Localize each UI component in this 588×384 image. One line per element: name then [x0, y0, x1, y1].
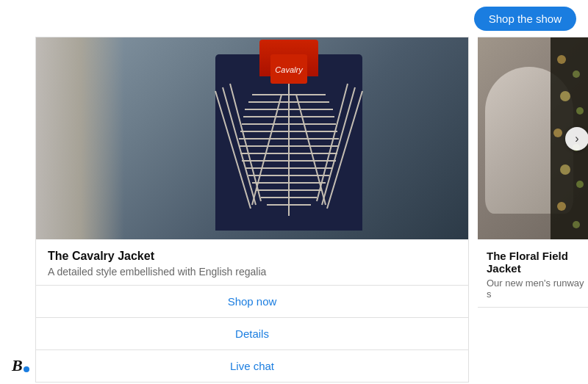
logo-dot	[24, 366, 29, 372]
svg-point-30	[560, 91, 570, 101]
cavalry-jacket-image: Cavalry	[36, 37, 468, 239]
cavalry-jacket-text: The Cavalry Jacket A detailed style embe…	[36, 239, 468, 286]
floral-jacket-image: ›	[478, 37, 588, 239]
cavalry-jacket-actions: Shop now Details Live chat	[36, 286, 468, 382]
next-arrow-button[interactable]: ›	[565, 127, 588, 151]
svg-point-29	[573, 70, 580, 78]
floral-jacket-title: The Floral Field Jacket	[487, 250, 586, 275]
svg-point-31	[576, 107, 584, 115]
svg-line-24	[296, 95, 326, 205]
svg-text:Cavalry: Cavalry	[275, 65, 304, 74]
cavalry-jacket-subtitle: A detailed style embellished with Englis…	[48, 266, 456, 278]
svg-point-36	[557, 202, 566, 211]
details-button[interactable]: Details	[36, 318, 468, 350]
svg-point-34	[560, 164, 570, 175]
floral-jacket-card: › The Floral Field Jacket Our new men's …	[478, 37, 588, 308]
svg-point-28	[557, 55, 566, 64]
svg-point-37	[573, 221, 580, 228]
brand-logo: B	[12, 356, 29, 375]
content-area: Cavalry The Cavalry Jacket A detailed st…	[0, 37, 588, 383]
logo-letter: B	[12, 356, 23, 375]
cavalry-jacket-card: Cavalry The Cavalry Jacket A detailed st…	[35, 37, 469, 383]
jacket-braiding: Cavalry	[208, 51, 370, 231]
jacket-display: Cavalry	[110, 37, 468, 239]
svg-point-35	[576, 181, 584, 188]
svg-line-23	[252, 95, 282, 205]
live-chat-button[interactable]: Live chat	[36, 350, 468, 382]
cavalry-jacket-title: The Cavalry Jacket	[48, 250, 456, 263]
floral-jacket-subtitle: Our new men's runway s	[487, 278, 586, 300]
floral-jacket-text: The Floral Field Jacket Our new men's ru…	[478, 239, 588, 307]
jacket-body: Cavalry	[186, 40, 392, 238]
top-bar: Shop the show	[0, 0, 588, 37]
svg-point-32	[553, 128, 562, 137]
floral-jacket-background: ›	[478, 37, 588, 239]
shop-now-button[interactable]: Shop now	[36, 286, 468, 318]
shop-the-show-button[interactable]: Shop the show	[474, 7, 576, 31]
cavalry-jacket-background: Cavalry	[36, 37, 468, 239]
